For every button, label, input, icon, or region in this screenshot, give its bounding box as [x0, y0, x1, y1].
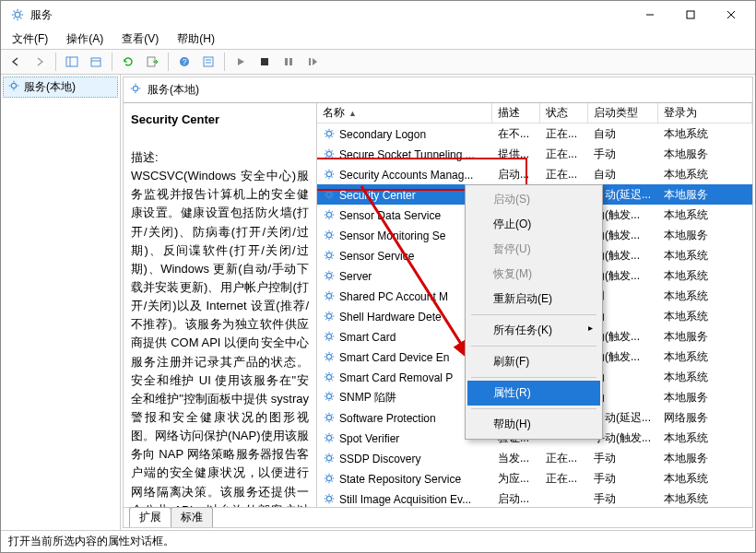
context-menu-separator: [471, 377, 597, 378]
svg-line-178: [332, 440, 333, 441]
svg-point-64: [326, 192, 331, 196]
toolbar: ?: [1, 49, 755, 75]
refresh-button[interactable]: [117, 51, 139, 73]
table-row[interactable]: Security Accounts Manag...启动...正在...自动本地…: [317, 164, 752, 184]
service-name-cell: Smart Card: [339, 331, 396, 344]
context-menu-item[interactable]: 帮助(H): [467, 412, 600, 437]
svg-line-108: [332, 272, 333, 273]
service-start-cell: 自动: [588, 167, 658, 182]
svg-line-151: [332, 379, 333, 380]
tree-item-local-services[interactable]: 服务(本地): [3, 76, 118, 98]
svg-line-186: [325, 454, 326, 455]
table-row[interactable]: Secure Socket Tunneling ...提供...正在...手动本…: [317, 144, 752, 164]
svg-line-134: [325, 338, 326, 339]
svg-point-27: [11, 83, 16, 88]
menu-action[interactable]: 操作(A): [63, 29, 107, 49]
svg-line-45: [332, 130, 333, 131]
svg-line-195: [325, 475, 326, 476]
forward-button[interactable]: [29, 51, 51, 73]
export-button[interactable]: [85, 51, 107, 73]
toolbar-divider: [112, 53, 112, 71]
service-logon-cell: 本地服务: [658, 451, 752, 466]
svg-point-172: [326, 435, 331, 440]
start-service-button[interactable]: [230, 51, 252, 73]
pause-service-button[interactable]: [278, 51, 300, 73]
description-label: 描述:: [131, 150, 159, 164]
service-logon-cell: 本地系统: [658, 248, 752, 264]
service-name-cell: Security Center: [339, 189, 416, 202]
restart-service-button[interactable]: [301, 51, 324, 73]
gear-icon: [323, 330, 336, 343]
table-row[interactable]: Secondary Logon在不...正在...自动本地系统: [317, 124, 752, 144]
menu-file[interactable]: 文件(F): [8, 29, 52, 49]
svg-point-32: [133, 86, 137, 90]
svg-line-80: [325, 217, 326, 218]
context-menu-item[interactable]: 刷新(F): [467, 349, 600, 374]
svg-point-73: [326, 212, 331, 217]
svg-line-69: [325, 191, 326, 192]
svg-line-107: [325, 277, 326, 278]
body-area: 服务(本地) 服务(本地) Security Center 描述: WSCSVC…: [1, 75, 755, 530]
show-hide-tree-button[interactable]: [61, 51, 83, 73]
menu-view[interactable]: 查看(V): [118, 29, 162, 49]
svg-line-72: [332, 191, 333, 192]
export-list-button[interactable]: [141, 51, 163, 73]
svg-point-145: [326, 374, 331, 379]
context-menu-item[interactable]: 属性(R): [467, 381, 600, 406]
table-row[interactable]: Still Image Acquisition Ev...启动...手动本地系统: [317, 488, 752, 507]
properties-button[interactable]: [197, 51, 219, 73]
table-row[interactable]: SSDP Discovery当发...正在...手动本地服务: [317, 448, 752, 468]
maximize-button[interactable]: [670, 2, 711, 28]
svg-rect-25: [289, 58, 292, 65]
svg-line-105: [325, 272, 326, 273]
service-details-panel: Security Center 描述: WSCSVC(Windows 安全中心)…: [124, 103, 317, 507]
app-icon: [10, 7, 25, 22]
service-logon-cell: 网络服务: [658, 410, 752, 426]
context-menu-item[interactable]: 所有任务(K): [467, 318, 600, 343]
column-description[interactable]: 描述: [492, 103, 540, 123]
svg-point-46: [326, 151, 331, 156]
svg-line-52: [332, 156, 333, 157]
context-menu-item[interactable]: 重新启动(E): [467, 287, 600, 312]
svg-line-132: [325, 333, 326, 334]
service-status-cell: 正在...: [540, 126, 588, 142]
help-button[interactable]: ?: [173, 51, 195, 73]
svg-line-197: [325, 480, 326, 481]
column-logon-as[interactable]: 登录为: [658, 103, 752, 123]
svg-line-205: [332, 500, 333, 501]
menu-help[interactable]: 帮助(H): [173, 29, 219, 49]
service-start-cell: 自动: [588, 126, 658, 142]
svg-line-170: [325, 419, 326, 420]
service-status-cell: 正在...: [540, 451, 588, 466]
svg-line-125: [325, 318, 326, 319]
close-button[interactable]: [711, 2, 751, 28]
minimize-button[interactable]: [630, 2, 670, 28]
tab-extended[interactable]: 扩展: [129, 507, 171, 527]
service-name-cell: Software Protection: [339, 412, 436, 425]
service-desc-cell: 为应...: [492, 471, 540, 487]
svg-text:?: ?: [182, 57, 186, 66]
svg-rect-26: [309, 58, 311, 65]
svg-line-180: [332, 434, 333, 435]
svg-line-7: [14, 18, 15, 18]
back-button[interactable]: [5, 51, 27, 73]
svg-line-71: [325, 196, 326, 197]
svg-line-79: [332, 217, 333, 218]
column-status[interactable]: 状态: [540, 103, 588, 123]
context-menu-item[interactable]: 停止(O): [467, 212, 600, 237]
svg-line-114: [325, 292, 326, 293]
service-name-cell: Secondary Logon: [339, 128, 426, 141]
context-menu-separator: [471, 314, 597, 315]
column-name[interactable]: 名称▲: [317, 103, 492, 123]
stop-service-button[interactable]: [254, 51, 276, 73]
svg-line-123: [325, 312, 326, 313]
table-row[interactable]: State Repository Service为应...正在...手动本地系统: [317, 468, 752, 488]
service-name-cell: Server: [339, 270, 372, 283]
column-startup-type[interactable]: 启动类型: [588, 103, 658, 123]
svg-rect-13: [66, 57, 77, 66]
services-icon: [7, 79, 20, 95]
gear-icon: [323, 188, 336, 201]
svg-point-100: [326, 273, 331, 277]
service-logon-cell: 本地服务: [658, 147, 752, 162]
tab-standard[interactable]: 标准: [171, 507, 213, 527]
